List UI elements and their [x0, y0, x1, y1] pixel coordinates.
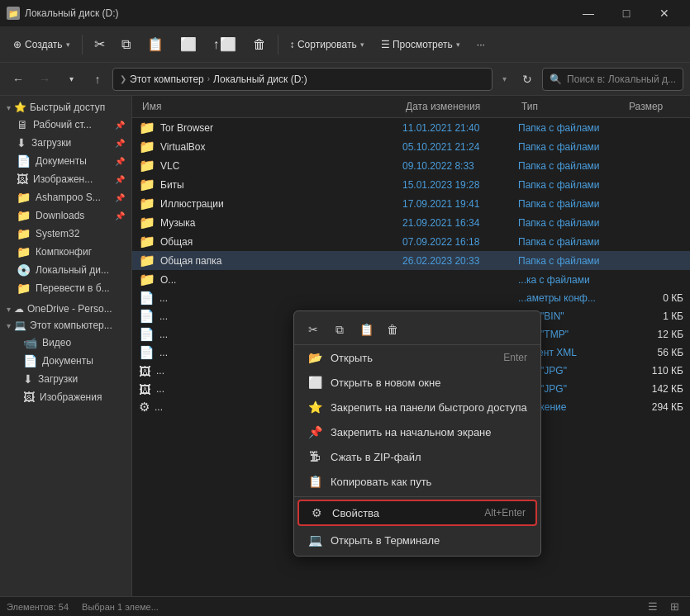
documents-icon: 📄 [17, 154, 31, 168]
share-icon: ↑⬜ [213, 36, 236, 52]
ctx-copy-path-item[interactable]: 📋 Копировать как путь [294, 469, 540, 494]
file-row[interactable]: 📄 ... ...аметры конф... 0 КБ [132, 289, 690, 307]
file-row[interactable]: 📁 Иллюстрации 17.09.2021 19:41 Папка с ф… [132, 194, 690, 213]
sidebar-convert-label: Перевести в б... [36, 282, 110, 294]
file-list-header: Имя Дата изменения Тип Размер [132, 96, 690, 118]
system32-icon: 📁 [17, 227, 31, 240]
back-button[interactable]: ← [7, 68, 30, 91]
toolbar: ⊕ Создать ▾ ✂ ⧉ 📋 ⬜ ↑⬜ 🗑 ↕ Сортировать ▾… [0, 26, 690, 63]
close-button[interactable]: ✕ [645, 0, 683, 26]
sidebar-item-docs2[interactable]: 📄 Документы [0, 352, 131, 370]
sidebar-item-system32[interactable]: 📁 System32 [0, 225, 131, 243]
sort-button[interactable]: ↕ Сортировать ▾ [283, 35, 371, 54]
file-row[interactable]: 📁 VirtualBox 05.10.2021 21:24 Папка с фа… [132, 137, 690, 156]
path-dropdown-button[interactable]: ▾ [496, 68, 512, 91]
more-button[interactable]: ··· [470, 35, 492, 54]
cut-button[interactable]: ✂ [88, 32, 112, 56]
downloads-icon: ⬇ [17, 136, 26, 149]
recent-button[interactable]: ▾ [59, 68, 83, 91]
context-menu: ✂ ⧉ 📋 🗑 📂 Открыть Enter ⬜ Открыть в [293, 310, 541, 557]
address-bar: ← → ▾ ↑ ❯ Этот компьютер › Локальный дис… [0, 63, 690, 96]
onedrive-header[interactable]: ▾ ☁ OneDrive - Perso... [0, 301, 131, 317]
ctx-copy-button[interactable]: ⧉ [327, 318, 352, 341]
sidebar-documents-label: Документы [36, 155, 87, 167]
ctx-copy-path-icon: 📋 [307, 475, 322, 488]
forward-button[interactable]: → [33, 68, 56, 91]
quick-access-label: Быстрый доступ [30, 102, 105, 113]
view-list-button[interactable]: ☰ [644, 599, 662, 615]
sidebar-dl3-label: Загрузки [38, 373, 78, 385]
this-computer-header[interactable]: ▾ 💻 Этот компьютер... [0, 317, 131, 334]
header-date[interactable]: Дата изменения [402, 99, 518, 114]
sidebar-item-pictures[interactable]: 🖼 Изображен... 📌 [0, 170, 131, 188]
address-path[interactable]: ❯ Этот компьютер › Локальный диск (D:) [112, 68, 493, 91]
cut-icon: ✂ [94, 36, 105, 52]
header-type[interactable]: Тип [518, 99, 626, 114]
ctx-copy-icon: ⧉ [335, 323, 344, 337]
header-size[interactable]: Размер [626, 99, 683, 114]
ctx-cut-icon: ✂ [308, 323, 318, 336]
quick-access-header[interactable]: ▾ ⭐ Быстрый доступ [0, 99, 131, 116]
sidebar-item-video[interactable]: 📹 Видео [0, 334, 131, 352]
sidebar-item-documents[interactable]: 📄 Документы 📌 [0, 152, 131, 170]
ctx-properties-icon: ⚙ [309, 506, 324, 519]
file-row[interactable]: 📁 Tor Browser 11.01.2021 21:40 Папка с ф… [132, 118, 690, 137]
path-current[interactable]: Локальный диск (D:) [213, 73, 307, 85]
ctx-terminal-item[interactable]: 💻 Открыть в Терминале [294, 528, 540, 552]
file-icon: ⚙ [139, 400, 150, 415]
ctx-paste-button[interactable]: 📋 [354, 318, 378, 341]
file-row[interactable]: 📁 Музыка 21.09.2021 16:34 Папка с файлам… [132, 213, 690, 232]
file-row[interactable]: 📁 О... ...ка с файлами [132, 270, 690, 289]
paste-button[interactable]: 📋 [140, 32, 170, 56]
path-computer[interactable]: Этот компьютер [130, 73, 204, 85]
sidebar-item-local-disk[interactable]: 💿 Локальный ди... [0, 261, 131, 279]
ctx-paste-icon: 📋 [359, 323, 374, 336]
ctx-zip-item[interactable]: 🗜 Сжать в ZIP-файл [294, 444, 540, 469]
ctx-cut-button[interactable]: ✂ [301, 318, 326, 341]
sidebar-item-dl3[interactable]: ⬇ Загрузки [0, 370, 131, 388]
minimize-button[interactable]: — [569, 0, 607, 26]
downloads2-icon: 📁 [17, 209, 31, 222]
file-row[interactable]: 📁 Общая 07.09.2022 16:18 Папка с файлами [132, 232, 690, 251]
ctx-pin-quick-access-item[interactable]: ⭐ Закрепить на панели быстрого доступа [294, 395, 540, 419]
sidebar-item-images[interactable]: 🖼 Изображения [0, 388, 131, 406]
item-count: Элементов: 54 [7, 602, 69, 612]
folder-icon: 📁 [139, 253, 155, 268]
file-icon: 📄 [139, 309, 155, 324]
this-computer-icon: 💻 [14, 320, 26, 331]
ctx-delete-button[interactable]: 🗑 [380, 318, 405, 341]
view-button[interactable]: ☰ Просмотреть ▾ [374, 35, 467, 54]
view-chevron-icon: ▾ [456, 40, 460, 49]
sidebar-item-downloads2[interactable]: 📁 Downloads 📌 [0, 206, 131, 225]
ctx-open-new-window-item[interactable]: ⬜ Открыть в новом окне [294, 370, 540, 395]
ctx-properties-shortcut: Alt+Enter [484, 507, 526, 519]
copy-button[interactable]: ⧉ [115, 33, 137, 56]
delete-button[interactable]: 🗑 [246, 33, 273, 56]
view-detail-button[interactable]: ⊞ [665, 599, 683, 615]
sidebar-item-kompkonfig[interactable]: 📁 Компконфиг [0, 243, 131, 261]
sidebar-item-desktop[interactable]: 🖥 Рабочий ст... 📌 [0, 116, 131, 134]
refresh-button[interactable]: ↻ [516, 68, 539, 91]
rename-button[interactable]: ⬜ [174, 32, 203, 56]
ctx-pin-start-icon: 📌 [307, 425, 322, 438]
search-icon: 🔍 [550, 73, 562, 85]
ctx-properties-item[interactable]: ⚙ Свойства Alt+Enter [297, 500, 537, 526]
header-name[interactable]: Имя [139, 99, 402, 114]
video-icon: 📹 [23, 336, 37, 349]
file-row[interactable]: 📁 VLC 09.10.2022 8:33 Папка с файлами [132, 156, 690, 175]
create-button[interactable]: ⊕ Создать ▾ [7, 35, 77, 54]
sidebar-system32-label: System32 [36, 228, 79, 239]
maximize-button[interactable]: □ [607, 0, 645, 26]
ctx-delete-icon: 🗑 [387, 323, 398, 336]
file-row-selected[interactable]: 📁 Общая папка 26.02.2023 20:33 Папка с ф… [132, 251, 690, 270]
ctx-pin-start-item[interactable]: 📌 Закрепить на начальном экране [294, 419, 540, 444]
search-box[interactable]: 🔍 Поиск в: Локальный д... [542, 68, 683, 91]
ctx-zip-icon: 🗜 [307, 450, 322, 463]
sidebar-item-convert[interactable]: 📁 Перевести в б... [0, 279, 131, 297]
sidebar-item-downloads[interactable]: ⬇ Загрузки 📌 [0, 134, 131, 152]
file-row[interactable]: 📁 Биты 15.01.2023 19:28 Папка с файлами [132, 175, 690, 194]
sidebar-item-ashampoo[interactable]: 📁 Ashampoo S... 📌 [0, 188, 131, 206]
ctx-open-item[interactable]: 📂 Открыть Enter [294, 345, 540, 370]
up-button[interactable]: ↑ [86, 68, 109, 91]
share-button[interactable]: ↑⬜ [207, 32, 243, 56]
